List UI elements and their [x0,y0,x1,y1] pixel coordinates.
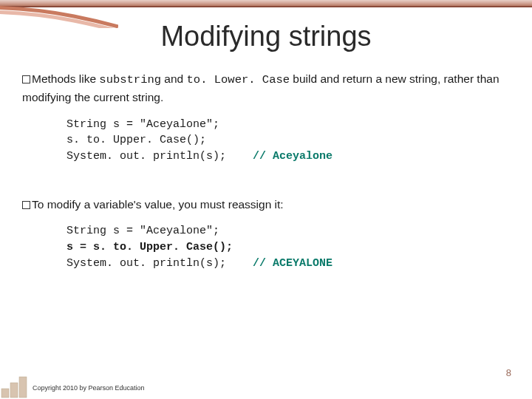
bullet-square-icon [22,75,30,83]
code1-comment: // Aceyalone [253,150,332,163]
code1-line2: s. to. Upper. Case(); [66,134,206,146]
bullet-2-text: To modify a variable's value, you must r… [32,198,284,211]
copyright-footer: Copyright 2010 by Pearson Education [33,384,145,392]
svg-rect-1 [10,383,18,398]
page-number: 8 [506,367,511,378]
bullet-square-icon [22,201,30,209]
slide-content: Methods like substring and to. Lower. Ca… [0,70,532,271]
svg-rect-2 [19,377,27,398]
bullet-1-code-1: substring [99,73,161,86]
decorative-swoosh [0,6,118,28]
code2-line1: String s = "Aceyalone"; [66,225,219,237]
bullet-1: Methods like substring and to. Lower. Ca… [22,70,510,106]
code2-line3: System. out. println(s); [66,257,226,270]
bullet-2: To modify a variable's value, you must r… [22,196,510,213]
svg-rect-0 [1,389,9,398]
code2-line2: s = s. to. Upper. Case(); [66,241,233,253]
code-block-1: String s = "Aceyalone"; s. to. Upper. Ca… [66,117,510,165]
bullet-1-text-mid: and [161,72,186,85]
corner-decoration [0,366,33,399]
code1-line3: System. out. println(s); [66,150,226,163]
bullet-1-text-pre: Methods like [32,72,99,85]
code1-line1: String s = "Aceyalone"; [66,118,219,131]
code2-comment: // ACEYALONE [253,257,332,270]
code-block-2: String s = "Aceyalone"; s = s. to. Upper… [66,223,510,271]
bullet-1-code-2: to. Lower. Case [187,73,290,86]
